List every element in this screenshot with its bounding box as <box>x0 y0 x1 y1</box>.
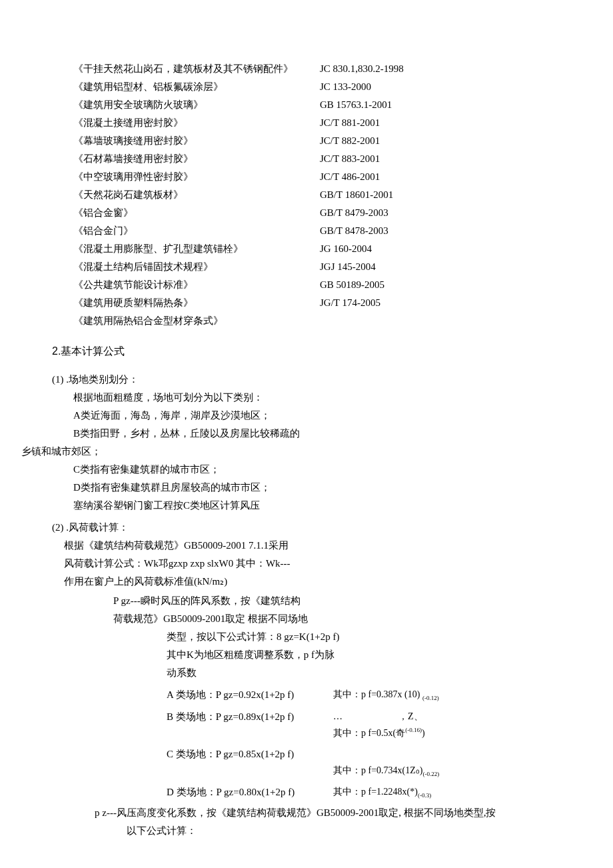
standard-row: 《铝合金门》GB/T 8478-2003 <box>73 222 573 240</box>
standard-name: 《干挂天然花山岗石，建筑板材及其不锈钢配件》 <box>73 60 320 78</box>
formula-left: C 类场地：P gz=0.85x(1+2p f) <box>167 745 333 763</box>
body-text: 动系数 <box>167 664 573 682</box>
formula-right: 其中：p f=0.734x(1Z₀)(-0.22) <box>333 745 439 779</box>
standard-name: 《中空玻璃用弹性密封胶》 <box>73 168 320 186</box>
standard-name: 《建筑用硬质塑料隔热条》 <box>73 294 320 312</box>
item-1-heading: (1) .场地类别划分： <box>52 371 573 389</box>
standard-code: JC 133-2000 <box>320 78 371 96</box>
standards-list: 《干挂天然花山岗石，建筑板材及其不锈钢配件》JC 830.1,830.2-199… <box>73 60 573 330</box>
body-text: 根据地面粗糙度，场地可划分为以下类别： <box>73 389 573 407</box>
standard-code: GB/T 8478-2003 <box>320 222 388 240</box>
body-text: C类指有密集建筑群的城市市区； <box>73 461 573 479</box>
standard-name: 《公共建筑节能设计标准》 <box>73 276 320 294</box>
standard-row: 《天然花岗石建筑板材》GB/T 18601-2001 <box>73 186 573 204</box>
standard-code: JGJ 145-2004 <box>320 258 376 276</box>
formula-row-c: C 类场地：P gz=0.85x(1+2p f) 其中：p f=0.734x(1… <box>167 745 573 779</box>
formula-intro: P gz---瞬时风压的阵风系数，按《建筑结构 荷载规范》GB50009-200… <box>113 592 573 802</box>
standard-row: 《干挂天然花山岗石，建筑板材及其不锈钢配件》JC 830.1,830.2-199… <box>73 60 573 78</box>
standard-row: 《建筑用安全玻璃防火玻璃》GB 15763.1-2001 <box>73 96 573 114</box>
standard-row: 《中空玻璃用弹性密封胶》JC/T 486-2001 <box>73 168 573 186</box>
standard-row: 《混凝土结构后锚固技术规程》JGJ 145-2004 <box>73 258 573 276</box>
standard-name: 《铝合金门》 <box>73 222 320 240</box>
standard-row: 《混凝土接缝用密封胶》JC/T 881-2001 <box>73 114 573 132</box>
formula-right: … ，Z、 其中：p f=0.5x(奇(-0.16)) <box>333 708 425 741</box>
standard-name: 《混凝土结构后锚固技术规程》 <box>73 258 320 276</box>
standard-row: 《建筑用隔热铝合金型材穿条式》 <box>73 312 573 330</box>
formula-right: 其中：p f=0.387x (10) (-0.12) <box>333 686 439 703</box>
standard-row: 《公共建筑节能设计标准》GB 50189-2005 <box>73 276 573 294</box>
body-text: P gz---瞬时风压的阵风系数，按《建筑结构 <box>113 592 573 610</box>
body-text: 塞纳溪谷塑钢门窗工程按C类地区计算风压 <box>73 497 573 515</box>
standard-name: 《天然花岗石建筑板材》 <box>73 186 320 204</box>
standard-code: JC/T 486-2001 <box>320 168 380 186</box>
standard-name: 《建筑用铝型材、铝板氟碳涂层》 <box>73 78 320 96</box>
formula-left: B 类场地：P gz=0.89x(1+2p f) <box>167 708 333 726</box>
section-heading: 2.基本计算公式 <box>52 342 573 361</box>
standard-row: 《铝合金窗》GB/T 8479-2003 <box>73 204 573 222</box>
body-text: p z---风压高度变化系数，按《建筑结构荷载规范》GB50009-2001取定… <box>95 804 573 822</box>
standard-name: 《幕墙玻璃接缝用密封胶》 <box>73 132 320 150</box>
body-text: 乡镇和城市郊区； <box>21 443 573 461</box>
standard-name: 《混凝土接缝用密封胶》 <box>73 114 320 132</box>
standard-row: 《建筑用铝型材、铝板氟碳涂层》JC 133-2000 <box>73 78 573 96</box>
standard-name: 《混凝土用膨胀型、扩孔型建筑锚栓》 <box>73 240 320 258</box>
standard-name: 《建筑用安全玻璃防火玻璃》 <box>73 96 320 114</box>
body-text: 荷载规范》GB50009-2001取定 根据不同场地 <box>113 610 573 628</box>
standard-code: JG 160-2004 <box>320 240 372 258</box>
standard-code: GB 15763.1-2001 <box>320 96 392 114</box>
standard-code: JC/T 883-2001 <box>320 150 380 168</box>
standard-row: 《混凝土用膨胀型、扩孔型建筑锚栓》JG 160-2004 <box>73 240 573 258</box>
standard-name: 《石材幕墙接缝用密封胶》 <box>73 150 320 168</box>
body-text: A类近海面，海岛，海岸，湖岸及沙漠地区； <box>73 407 573 425</box>
body-text: 根据《建筑结构荷载规范》GB50009-2001 7.1.1采用 <box>64 537 573 555</box>
formula-left: D 类场地：P gz=0.80x(1+2p f) <box>167 783 333 801</box>
body-text: D类指有密集建筑群且房屋较高的城市市区； <box>73 479 573 497</box>
standard-code: JC 830.1,830.2-1998 <box>320 60 404 78</box>
standard-name: 《建筑用隔热铝合金型材穿条式》 <box>73 312 320 330</box>
body-text: 类型，按以下公式计算：8 gz=K(1+2p f) <box>167 628 573 646</box>
standard-code: JG/T 174-2005 <box>320 294 380 312</box>
standard-code: JC/T 882-2001 <box>320 132 380 150</box>
body-text: 作用在窗户上的风荷载标准值(kN/m₂) <box>64 573 573 591</box>
standard-row: 《石材幕墙接缝用密封胶》JC/T 883-2001 <box>73 150 573 168</box>
standard-code: GB/T 8479-2003 <box>320 204 388 222</box>
formula-left: A 类场地：P gz=0.92x(1+2p f) <box>167 686 333 704</box>
body-text: 风荷载计算公式：Wk邛gzxp zxp slxW0 其中：Wk--- <box>64 555 573 573</box>
formula-row-d: D 类场地：P gz=0.80x(1+2p f) 其中：p f=1.2248x(… <box>167 783 573 801</box>
body-text: B类指田野，乡村，丛林，丘陵以及房屋比较稀疏的 <box>73 425 573 443</box>
body-text: 其中K为地区粗糙度调整系数，p f为脉 <box>167 646 573 664</box>
standard-code: GB/T 18601-2001 <box>320 186 393 204</box>
standard-name: 《铝合金窗》 <box>73 204 320 222</box>
formula-row-a: A 类场地：P gz=0.92x(1+2p f) 其中：p f=0.387x (… <box>167 686 573 704</box>
standard-code: JC/T 881-2001 <box>320 114 380 132</box>
body-text: 以下公式计算： <box>127 822 573 840</box>
standard-row: 《建筑用硬质塑料隔热条》JG/T 174-2005 <box>73 294 573 312</box>
formula-right: 其中：p f=1.2248x(*)(-0.3) <box>333 783 431 801</box>
standard-code: GB 50189-2005 <box>320 276 384 294</box>
standard-row: 《幕墙玻璃接缝用密封胶》JC/T 882-2001 <box>73 132 573 150</box>
formula-row-b: B 类场地：P gz=0.89x(1+2p f) … ，Z、 其中：p f=0.… <box>167 708 573 741</box>
item-2-heading: (2) .风荷载计算： <box>52 519 573 537</box>
